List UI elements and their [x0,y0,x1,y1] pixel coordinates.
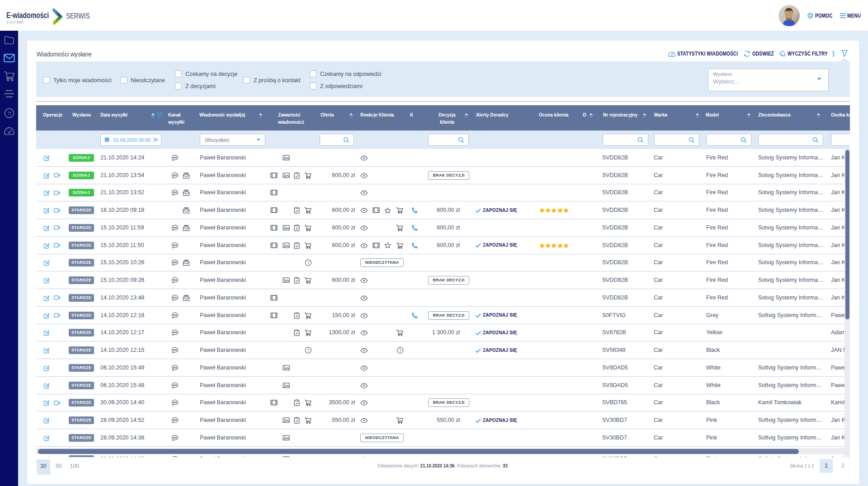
svg-text:SMS: SMS [173,402,177,404]
svg-text:SMS: SMS [173,244,177,246]
svg-text:SMS: SMS [173,262,177,264]
svg-text:SMS: SMS [173,436,177,439]
svg-text:?: ? [307,261,309,265]
svg-text:?: ? [307,348,309,353]
svg-text:?: ? [399,348,401,353]
svg-text:SMS: SMS [173,174,177,176]
svg-text:SMS: SMS [173,419,177,421]
svg-text:SMS: SMS [173,314,177,316]
svg-text:SMS: SMS [173,349,177,351]
svg-text:SMS: SMS [173,226,177,229]
svg-text:SMS: SMS [173,384,177,386]
svg-text:SMS: SMS [173,192,177,194]
svg-text:?: ? [8,110,11,117]
svg-text:SMS: SMS [173,279,177,281]
svg-text:SMS: SMS [173,156,177,159]
svg-text:SMS: SMS [173,296,177,299]
svg-text:SMS: SMS [173,332,177,334]
svg-text:SMS: SMS [173,366,177,369]
